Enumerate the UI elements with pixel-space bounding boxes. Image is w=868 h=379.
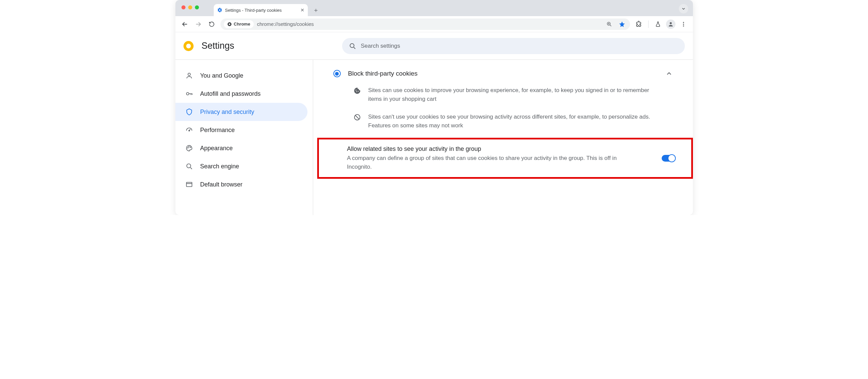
search-icon: [349, 42, 356, 50]
chevron-up-icon[interactable]: [665, 70, 673, 77]
svg-point-28: [355, 90, 356, 90]
cookie-icon: [353, 87, 361, 94]
extensions-icon[interactable]: [634, 20, 644, 29]
svg-rect-26: [186, 183, 192, 187]
svg-point-12: [350, 43, 354, 48]
labs-icon[interactable]: [653, 20, 663, 29]
cookie-block-description: Sites can't use your cookies to see your…: [325, 108, 681, 134]
person-icon: [186, 72, 193, 79]
sidebar-item-label: Appearance: [200, 145, 233, 152]
settings-header: Settings Search settings: [176, 32, 693, 60]
toolbar-divider: [648, 21, 649, 28]
block-third-party-cookies-option[interactable]: Block third-party cookies: [325, 66, 681, 81]
url-text: chrome://settings/cookies: [257, 21, 314, 27]
svg-point-29: [356, 91, 356, 92]
settings-content: Block third-party cookies Sites can use …: [313, 60, 693, 215]
search-placeholder: Search settings: [361, 43, 400, 50]
settings-sidebar: You and Google Autofill and passwords Pr…: [176, 60, 313, 215]
sidebar-item-label: Search engine: [200, 163, 239, 170]
svg-point-3: [228, 23, 230, 25]
chrome-icon: [227, 22, 232, 27]
svg-point-20: [188, 130, 189, 131]
svg-point-22: [188, 147, 189, 147]
profile-avatar[interactable]: [666, 20, 676, 29]
radio-selected[interactable]: [333, 70, 341, 77]
settings-body: You and Google Autofill and passwords Pr…: [176, 60, 693, 215]
sidebar-item-search-engine[interactable]: Search engine: [176, 157, 308, 176]
sidebar-item-label: Privacy and security: [200, 108, 254, 116]
minimize-window-button[interactable]: [188, 5, 192, 9]
shield-icon: [186, 108, 193, 116]
svg-point-23: [190, 147, 190, 148]
sidebar-item-privacy-security[interactable]: Privacy and security: [176, 103, 308, 121]
related-sites-highlight: Allow related sites to see your activity…: [317, 138, 693, 179]
svg-point-11: [683, 25, 684, 26]
site-chip-label: Chrome: [234, 22, 250, 27]
back-button[interactable]: [180, 20, 189, 29]
svg-point-30: [358, 91, 358, 92]
tab-strip: Settings - Third-party cookies ✕ ＋: [176, 0, 693, 16]
bookmark-star-icon[interactable]: [617, 20, 627, 29]
window-controls: [182, 5, 199, 9]
sidebar-item-label: Performance: [200, 127, 235, 134]
maximize-window-button[interactable]: [195, 5, 199, 9]
page-title: Settings: [202, 41, 235, 51]
close-tab-button[interactable]: ✕: [301, 7, 305, 13]
sidebar-item-default-browser[interactable]: Default browser: [176, 176, 308, 193]
search-icon: [186, 163, 193, 170]
svg-point-24: [186, 164, 190, 168]
svg-point-8: [670, 22, 672, 24]
palette-icon: [186, 145, 193, 152]
sidebar-item-performance[interactable]: Performance: [176, 121, 308, 139]
cookies-card: Block third-party cookies Sites can use …: [325, 66, 681, 179]
search-settings-input[interactable]: Search settings: [342, 38, 685, 54]
browser-toolbar: Chrome chrome://settings/cookies: [176, 16, 693, 32]
browser-window: Settings - Third-party cookies ✕ ＋ Chrom…: [176, 0, 693, 215]
svg-point-9: [683, 22, 684, 23]
sidebar-item-label: You and Google: [200, 72, 243, 79]
gear-icon: [217, 7, 222, 13]
svg-line-25: [190, 168, 192, 169]
description-text: Sites can't use your cookies to see your…: [368, 113, 664, 130]
description-text: Sites can use cookies to improve your br…: [368, 86, 664, 103]
svg-line-13: [353, 47, 355, 49]
browser-window-icon: [186, 181, 193, 188]
related-sites-title: Allow related sites to see your activity…: [347, 146, 655, 153]
option-title: Block third-party cookies: [348, 70, 658, 77]
cookie-benefit-description: Sites can use cookies to improve your br…: [325, 81, 681, 108]
address-bar[interactable]: Chrome chrome://settings/cookies: [220, 19, 630, 30]
chrome-logo-icon: [184, 41, 193, 51]
close-window-button[interactable]: [182, 5, 186, 9]
zoom-icon[interactable]: [604, 20, 614, 29]
sidebar-item-you-and-google[interactable]: You and Google: [176, 66, 308, 85]
speedometer-icon: [186, 126, 193, 134]
tab-title: Settings - Third-party cookies: [225, 8, 298, 13]
svg-point-10: [683, 24, 684, 25]
svg-point-14: [188, 73, 190, 75]
new-tab-button[interactable]: ＋: [311, 5, 320, 15]
related-sites-description: A company can define a group of sites th…: [347, 154, 629, 171]
key-icon: [186, 90, 193, 97]
sidebar-item-label: Default browser: [200, 181, 243, 188]
svg-line-5: [610, 25, 611, 26]
related-sites-toggle[interactable]: [662, 155, 675, 162]
tabs-overflow-button[interactable]: [679, 4, 688, 13]
svg-line-32: [355, 115, 359, 119]
sidebar-item-autofill[interactable]: Autofill and passwords: [176, 85, 308, 103]
reload-button[interactable]: [207, 20, 216, 29]
sidebar-item-label: Autofill and passwords: [200, 90, 261, 97]
forward-button[interactable]: [193, 20, 203, 29]
browser-tab[interactable]: Settings - Third-party cookies ✕: [214, 4, 308, 16]
svg-point-21: [187, 148, 188, 148]
svg-point-15: [186, 92, 188, 95]
browser-menu-button[interactable]: [679, 20, 688, 29]
sidebar-item-appearance[interactable]: Appearance: [176, 139, 308, 157]
site-chip[interactable]: Chrome: [224, 20, 254, 28]
block-icon: [353, 114, 361, 121]
